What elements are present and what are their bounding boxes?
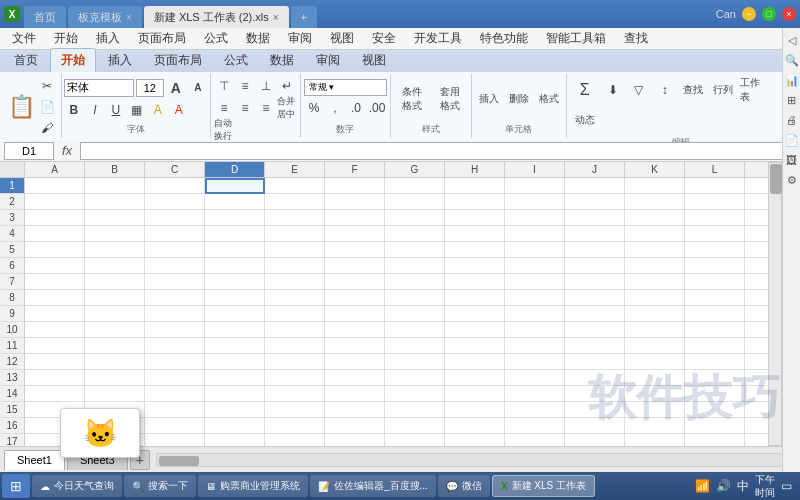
grid-cell[interactable] — [205, 210, 265, 226]
grid-cell[interactable] — [265, 258, 325, 274]
grid-cell[interactable] — [325, 386, 385, 402]
grid-cell[interactable] — [145, 306, 205, 322]
percent-button[interactable]: % — [304, 98, 324, 118]
menu-formula[interactable]: 公式 — [196, 28, 236, 49]
row-header-8[interactable]: 8 — [0, 290, 24, 306]
grid-cell[interactable] — [145, 434, 205, 446]
menu-insert[interactable]: 插入 — [88, 28, 128, 49]
underline-button[interactable]: U — [106, 100, 126, 120]
grid-cell[interactable] — [685, 274, 745, 290]
formula-input[interactable] — [80, 142, 796, 160]
grid-cell[interactable] — [385, 274, 445, 290]
grid-cell[interactable] — [505, 370, 565, 386]
grid-cell[interactable] — [565, 338, 625, 354]
align-middle-button[interactable]: ≡ — [235, 76, 255, 96]
grid-cell[interactable] — [445, 290, 505, 306]
grid-cell[interactable] — [145, 338, 205, 354]
grid-cell[interactable] — [265, 290, 325, 306]
grid-cell[interactable] — [565, 226, 625, 242]
grid-cell[interactable] — [85, 386, 145, 402]
grid-cell[interactable] — [85, 178, 145, 194]
increase-decimal-button[interactable]: .0 — [346, 98, 366, 118]
tab-current-file[interactable]: 新建 XLS 工作表 (2).xls × — [144, 6, 289, 28]
grid-cell[interactable] — [505, 322, 565, 338]
grid-cell[interactable] — [385, 370, 445, 386]
grid-cell[interactable] — [685, 338, 745, 354]
horizontal-scrollbar[interactable] — [156, 453, 792, 467]
grid-cell[interactable] — [265, 402, 325, 418]
tab-home[interactable]: 首页 — [24, 6, 66, 28]
decrease-font-button[interactable]: A — [188, 78, 208, 98]
grid-cell[interactable] — [385, 322, 445, 338]
grid-cell[interactable] — [685, 370, 745, 386]
grid-cell[interactable] — [385, 242, 445, 258]
increase-font-button[interactable]: A — [166, 78, 186, 98]
grid-cell[interactable] — [85, 226, 145, 242]
grid-cell[interactable] — [85, 274, 145, 290]
grid-cell[interactable] — [265, 194, 325, 210]
row-header-9[interactable]: 9 — [0, 306, 24, 322]
grid-cell[interactable] — [25, 306, 85, 322]
grid-cell[interactable] — [325, 178, 385, 194]
grid-cell[interactable] — [685, 226, 745, 242]
menu-page-layout[interactable]: 页面布局 — [130, 28, 194, 49]
grid-cell[interactable] — [25, 322, 85, 338]
grid-cell[interactable] — [25, 226, 85, 242]
grid-cell[interactable] — [85, 306, 145, 322]
grid-cell[interactable] — [445, 210, 505, 226]
menu-smart-tools[interactable]: 智能工具箱 — [538, 28, 614, 49]
grid-cell[interactable] — [445, 242, 505, 258]
grid-cell[interactable] — [625, 338, 685, 354]
grid-cell[interactable] — [85, 354, 145, 370]
grid-cell[interactable] — [325, 338, 385, 354]
format-painter-button[interactable]: 🖌 — [37, 118, 57, 138]
grid-cell[interactable] — [265, 338, 325, 354]
grid-cell[interactable] — [445, 322, 505, 338]
grid-cell[interactable] — [565, 258, 625, 274]
menu-data[interactable]: 数据 — [238, 28, 278, 49]
grid-cell[interactable] — [145, 290, 205, 306]
grid-cell[interactable] — [325, 370, 385, 386]
grid-cell[interactable] — [85, 258, 145, 274]
grid-cell[interactable] — [385, 258, 445, 274]
copy-button[interactable]: 📄 — [37, 97, 57, 117]
grid-cell[interactable] — [505, 386, 565, 402]
grid-cell[interactable] — [445, 226, 505, 242]
grid-cell[interactable] — [25, 242, 85, 258]
ribbon-tab-home[interactable]: 首页 — [4, 49, 48, 72]
row-header-15[interactable]: 15 — [0, 402, 24, 418]
decrease-decimal-button[interactable]: .00 — [367, 98, 387, 118]
grid-cell[interactable] — [385, 434, 445, 446]
grid-cell[interactable] — [325, 210, 385, 226]
grid-cell[interactable] — [565, 434, 625, 446]
grid-cell[interactable] — [445, 178, 505, 194]
grid-cell[interactable] — [685, 178, 745, 194]
grid-cell[interactable] — [25, 258, 85, 274]
align-right-button[interactable]: ≡ — [256, 98, 276, 118]
grid-cell[interactable] — [145, 210, 205, 226]
grid-cell[interactable] — [685, 434, 745, 446]
copy2-icon[interactable]: 📄 — [784, 132, 800, 148]
grid-cell[interactable] — [625, 178, 685, 194]
chart-icon[interactable]: 📊 — [784, 72, 800, 88]
grid-cell[interactable] — [145, 194, 205, 210]
cell-reference-input[interactable] — [4, 142, 54, 160]
menu-view[interactable]: 视图 — [322, 28, 362, 49]
taskbar-search[interactable]: 🔍 搜索一下 — [124, 475, 196, 497]
grid-cell[interactable] — [625, 290, 685, 306]
worksheet-button[interactable]: 工作表 — [739, 76, 767, 104]
grid-cell[interactable] — [385, 210, 445, 226]
grid-cell[interactable] — [565, 386, 625, 402]
grid-cell[interactable] — [565, 290, 625, 306]
grid-cell[interactable] — [325, 354, 385, 370]
grid-cell[interactable] — [205, 418, 265, 434]
grid-cell[interactable] — [565, 178, 625, 194]
row-header-6[interactable]: 6 — [0, 258, 24, 274]
conditional-format-button[interactable]: 条件格式 — [394, 81, 430, 117]
taskbar-system[interactable]: 🖥 购票商业管理系统 — [198, 475, 308, 497]
select-all-button[interactable] — [0, 162, 25, 177]
cut-button[interactable]: ✂ — [37, 76, 57, 96]
menu-review[interactable]: 审阅 — [280, 28, 320, 49]
col-header-b[interactable]: B — [85, 162, 145, 177]
grid-cell[interactable] — [625, 434, 685, 446]
